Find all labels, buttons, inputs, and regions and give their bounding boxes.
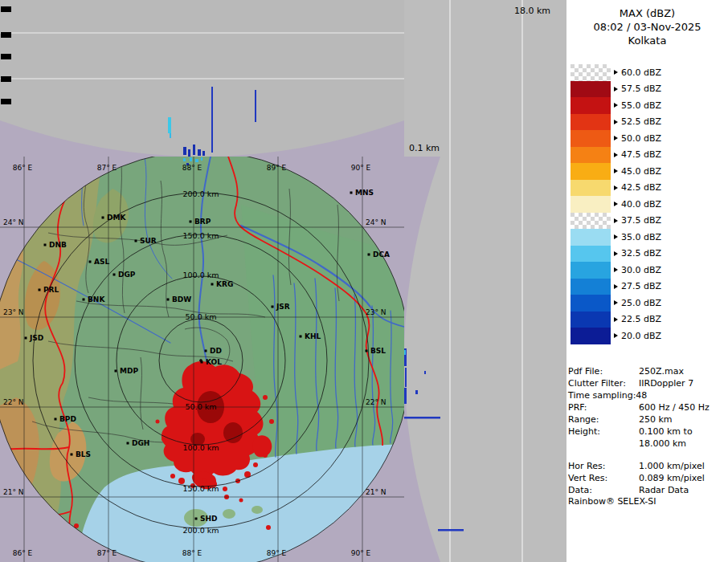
scale-tick-arrow-icon [614, 136, 618, 140]
city-label: MDP [120, 367, 138, 375]
city-dot [201, 361, 203, 364]
radar-map-svg: 86° E86° E87° E87° E88° E88° E89° E89° E… [0, 157, 404, 562]
scale-row: 42.5 dBZ [571, 180, 661, 197]
scale-label: 20.0 dBZ [621, 331, 661, 341]
radar-map: 86° E86° E87° E87° E88° E88° E89° E89° E… [0, 157, 404, 562]
metadata-value: IIRDoppler 7 [639, 377, 693, 389]
vendor-footer: Rainbow® SELEX-SI [568, 496, 726, 507]
scale-swatch [571, 97, 611, 114]
city-label: BDW [172, 295, 191, 303]
scale-row: 50.0 dBZ [571, 130, 661, 147]
city-dot [39, 289, 41, 291]
lon-label: 89° E [267, 164, 287, 172]
scale-tick-arrow-icon [614, 267, 618, 272]
lat-label: 22° N [3, 398, 24, 406]
city-dot [71, 454, 73, 456]
scale-swatch [571, 312, 611, 328]
city-label: DCA [373, 250, 390, 259]
scale-swatch [571, 229, 611, 246]
scale-tick-arrow-icon [614, 317, 618, 322]
city-label: SUR [140, 237, 157, 245]
metadata-value: 1.000 km/pixel [639, 460, 705, 472]
city-label: ASL [94, 258, 109, 266]
city-label: BLS [76, 450, 91, 458]
city-dot [44, 244, 47, 246]
city-label: DD [210, 347, 222, 355]
lat-label: 23° N [366, 308, 386, 316]
side-profile-svg [404, 0, 566, 562]
radar-display-window: 18.0 km 0.1 km [0, 0, 728, 562]
scale-label: 55.0 dBZ [621, 100, 661, 111]
range-ring-label: 150.0 km [183, 484, 219, 493]
lat-label: 22° N [366, 398, 386, 406]
side-height-profile-panel [404, 0, 566, 562]
metadata-value: 600 Hz / 450 Hz [639, 401, 710, 413]
scale-tick-arrow-icon [614, 120, 618, 124]
metadata-block: Pdf File:250Z.maxClutter Filter:IIRDoppl… [568, 365, 726, 496]
city-label: DGH [132, 439, 149, 447]
city-dot [211, 283, 214, 286]
scale-swatch [571, 246, 611, 263]
scale-row: 20.0 dBZ [571, 328, 661, 344]
city-dot [83, 299, 85, 301]
scale-tick-arrow-icon [614, 185, 618, 190]
scale-row: 27.5 dBZ [571, 279, 661, 295]
scale-label: 32.5 dBZ [621, 248, 661, 259]
city-label: KHL [305, 332, 321, 340]
scale-swatch [571, 180, 611, 197]
metadata-label: Hor Res: [568, 460, 639, 472]
scale-swatch [571, 279, 611, 295]
scale-row: 45.0 dBZ [571, 163, 661, 180]
scale-swatch [571, 328, 611, 344]
station-name: Kolkata [566, 34, 728, 47]
scale-tick-arrow-icon [614, 87, 618, 92]
metadata-row: 18.000 km [568, 438, 726, 450]
metadata-label: PRF: [568, 401, 639, 413]
range-ring-label: 200.0 km [183, 189, 219, 198]
city-dot [368, 254, 370, 256]
top-profile-svg [0, 0, 404, 157]
lat-label: 24° N [3, 218, 24, 226]
city-label: KOL [206, 358, 222, 366]
scale-tick-arrow-icon [614, 284, 618, 289]
legend-panel: MAX (dBZ) 08:02 / 03-Nov-2025 Kolkata 60… [566, 0, 728, 562]
city-dot [190, 221, 192, 223]
city-label: PRL [43, 286, 59, 294]
metadata-label: Vert Res: [568, 472, 639, 484]
city-dot [135, 240, 137, 242]
scale-swatch [571, 163, 611, 180]
lat-label: 24° N [366, 218, 386, 226]
lat-label: 23° N [3, 308, 24, 316]
range-ring-label: 50.0 km [186, 402, 217, 411]
metadata-value: 250Z.max [639, 365, 684, 377]
metadata-label: Range: [568, 413, 639, 426]
city-dot [102, 217, 104, 219]
scale-row: 35.0 dBZ [571, 229, 661, 246]
scale-tick-arrow-icon [614, 218, 618, 223]
city-label: JSD [29, 334, 43, 342]
city-dot [272, 306, 274, 308]
top-height-profile-panel [0, 0, 404, 157]
city-label: SHD [200, 515, 218, 523]
scale-label: 30.0 dBZ [621, 265, 661, 275]
metadata-label [568, 438, 639, 450]
city-dot [205, 350, 207, 352]
city-label: DNB [49, 241, 67, 249]
scale-row: 40.0 dBZ [571, 196, 661, 213]
scale-swatch [571, 130, 611, 147]
scale-label: 37.5 dBZ [621, 215, 661, 226]
city-dot [25, 337, 27, 340]
range-ring-label: 200.0 km [183, 526, 219, 535]
scale-swatch [571, 213, 611, 230]
height-axis-max-label: 18.0 km [514, 6, 550, 16]
lon-label: 87° E [97, 549, 117, 557]
lon-label: 90° E [351, 549, 371, 557]
scale-label: 27.5 dBZ [621, 281, 661, 291]
city-label: JSR [276, 303, 290, 311]
scale-row: 30.0 dBZ [571, 262, 661, 279]
product-title: MAX (dBZ) [566, 6, 728, 20]
scale-row: 55.0 dBZ [571, 97, 661, 114]
metadata-row: PRF:600 Hz / 450 Hz [568, 401, 726, 413]
city-dot [115, 370, 117, 373]
scale-label: 47.5 dBZ [621, 149, 661, 160]
